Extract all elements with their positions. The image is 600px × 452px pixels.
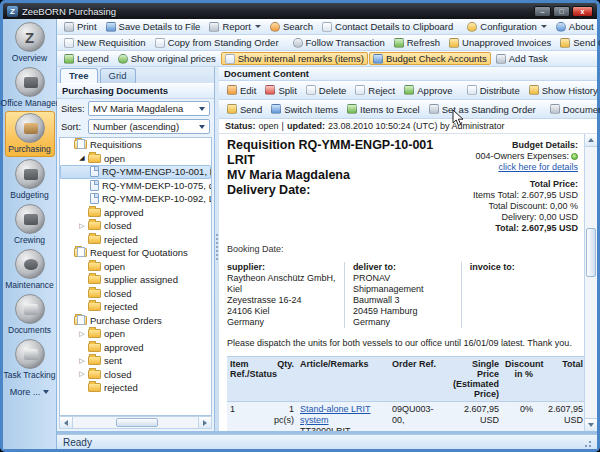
sidebar-item-office-manager[interactable]: Office Manager — [5, 66, 55, 110]
split-button[interactable]: Split — [261, 84, 300, 97]
scroll-left-arrow[interactable] — [60, 417, 73, 428]
document-toolbar-row2: Send Switch Items Items to Excel Set as … — [219, 100, 597, 119]
set-as-standing-order-button[interactable]: Set as Standing Order — [425, 103, 540, 116]
overview-icon — [15, 22, 45, 52]
sidebar-item-label: Crewing — [14, 235, 45, 245]
sidebar-item-budgeting[interactable]: Budgeting — [5, 158, 55, 202]
save-details-button[interactable]: Save Details to File — [102, 20, 205, 33]
contact-details-button[interactable]: Contact Details to Clipboard — [318, 20, 457, 33]
close-button[interactable]: x — [572, 6, 593, 17]
switch-items-button[interactable]: Switch Items — [267, 103, 342, 116]
total-discount-line: Total Discount: 0,00 % — [473, 201, 578, 212]
tree-item-sent[interactable]: ▷sent — [60, 354, 211, 368]
scrollbar-thumb[interactable] — [116, 418, 159, 427]
separator: | — [282, 121, 284, 131]
edit-button[interactable]: Edit — [223, 84, 260, 97]
scroll-right-arrow[interactable] — [198, 417, 211, 428]
show-history-button[interactable]: Show History — [525, 84, 600, 97]
collapsed-arrow-icon[interactable]: ▷ — [76, 370, 88, 378]
resize-grip[interactable] — [582, 438, 591, 447]
unapproved-invoices-button[interactable]: Unapproved Invoices — [445, 36, 555, 49]
dropdown-arrow-icon[interactable] — [196, 121, 207, 132]
maximize-button[interactable]: □ — [553, 6, 570, 17]
scroll-up-arrow[interactable] — [585, 134, 597, 147]
tree-item-rejected[interactable]: rejected — [60, 381, 211, 395]
folder-icon — [88, 383, 101, 392]
reject-button[interactable]: Reject — [351, 84, 399, 97]
sidebar-item-maintenance[interactable]: Maintenance — [5, 248, 55, 292]
approve-button[interactable]: Approve — [400, 84, 456, 97]
folder-icon — [88, 154, 101, 163]
tree-item-approved[interactable]: approved — [60, 206, 211, 220]
dropdown-arrow-icon — [541, 25, 547, 28]
col-single-price: Single Price (Estimated Price) — [447, 357, 502, 402]
sidebar-item-purchasing[interactable]: Purchasing — [5, 111, 55, 157]
add-task-button[interactable]: Add Task — [492, 52, 552, 65]
send-queue-button[interactable]: Send Queue — [556, 36, 600, 49]
sites-select[interactable]: MV Maria Magdalena — [88, 101, 210, 116]
status-bar: Ready — [57, 434, 597, 449]
follow-transaction-button[interactable]: Follow Transaction — [289, 36, 389, 49]
expanded-arrow-icon[interactable]: ◢ — [76, 154, 88, 162]
tree-item-open[interactable]: open — [60, 260, 211, 274]
send-button[interactable]: Send — [223, 103, 266, 116]
show-internal-remarks-toggle[interactable]: Show internal remarks (items) — [221, 52, 368, 65]
tree-item-document[interactable]: RQ-YMM-ENGP-10-001, LRIT, 23.08.2010 — [60, 165, 211, 179]
sidebar-item-task-tracking[interactable]: Task Tracking — [5, 338, 55, 382]
tree-item-request-for-quotations[interactable]: Request for Quotations — [60, 246, 211, 260]
split-icon — [265, 85, 275, 95]
delete-button[interactable]: Delete — [302, 84, 350, 97]
tree-item-closed[interactable]: ▷closed — [60, 219, 211, 233]
sidebar-item-overview[interactable]: Overview — [5, 21, 55, 65]
print-button[interactable]: Print — [60, 20, 101, 33]
tree-item-closed[interactable]: closed — [60, 287, 211, 301]
show-original-prices-button[interactable]: Show original prices — [114, 52, 220, 65]
scroll-down-arrow[interactable] — [585, 418, 597, 431]
tree-item-document[interactable]: RQ-YMM-DEKP-10-092, LRIT, 23.08.2010 — [60, 192, 211, 206]
sidebar-item-crewing[interactable]: Crewing — [5, 203, 55, 247]
tree-item-rejected[interactable]: rejected — [60, 233, 211, 247]
sidebar-item-documents[interactable]: Documents — [5, 293, 55, 337]
tree-item-open[interactable]: ◢open — [60, 152, 211, 166]
tree-item-supplier-assigned[interactable]: supplier assigned — [60, 273, 211, 287]
tree-item-document[interactable]: RQ-YMM-DEKP-10-075, quarterly purch. — [60, 179, 211, 193]
budget-check-accounts-toggle[interactable]: Budget Check Accounts — [369, 52, 491, 65]
sort-select[interactable]: Number (ascending) — [88, 119, 210, 134]
dropdown-arrow-icon[interactable] — [196, 103, 207, 114]
article-link[interactable]: Stand-alone LRIT system — [300, 404, 371, 425]
tab-grid[interactable]: Grid — [100, 68, 136, 83]
copy-from-standing-order-button[interactable]: Copy from Standing Order — [151, 36, 283, 49]
tree-item-requisitions[interactable]: Requisitions — [60, 138, 211, 152]
purchasing-documents-panel: Tree Grid Purchasing Documents Sites: MV… — [57, 67, 215, 431]
delete-icon — [306, 85, 316, 95]
title-bar[interactable]: Z ZeeBORN Purchasing – □ x — [3, 3, 597, 19]
scrollbar-thumb[interactable] — [586, 228, 596, 277]
minimize-button[interactable]: – — [534, 6, 551, 17]
budget-details-link[interactable]: click here for details — [498, 162, 578, 172]
tree-item-open[interactable]: ▷open — [60, 327, 211, 341]
new-requisition-button[interactable]: New Requisition — [60, 36, 150, 49]
copy-icon — [155, 38, 165, 48]
legend-button[interactable]: Legend — [60, 52, 113, 65]
tree-item-closed[interactable]: ▷closed — [60, 368, 211, 382]
tree-item-purchase-orders[interactable]: Purchase Orders — [60, 314, 211, 328]
distribute-button[interactable]: Distribute — [463, 84, 524, 97]
documents-dropdown-button[interactable]: Documents — [546, 103, 600, 116]
report-button[interactable]: Report — [205, 20, 265, 33]
collapsed-arrow-icon[interactable]: ▷ — [76, 222, 88, 230]
sidebar-more-button[interactable]: More ... — [10, 387, 50, 397]
items-to-excel-button[interactable]: Items to Excel — [343, 103, 424, 116]
collapsed-arrow-icon[interactable]: ▷ — [76, 330, 88, 338]
tree-horizontal-scrollbar[interactable] — [59, 416, 212, 429]
refresh-button[interactable]: Refresh — [390, 36, 444, 49]
tree-item-rejected[interactable]: rejected — [60, 300, 211, 314]
document-vertical-scrollbar[interactable] — [584, 134, 597, 431]
configuration-button[interactable]: Configuration — [463, 20, 551, 33]
tab-tree[interactable]: Tree — [60, 68, 98, 83]
search-button[interactable]: Search — [266, 20, 317, 33]
tree-item-approved[interactable]: approved — [60, 341, 211, 355]
collapsed-arrow-icon[interactable]: ▷ — [76, 357, 88, 365]
document-toolbar-row1: Edit Split Delete Reject Approve Distrib… — [219, 81, 597, 100]
about-button[interactable]: About — [552, 20, 598, 33]
remarks-icon — [225, 54, 235, 64]
